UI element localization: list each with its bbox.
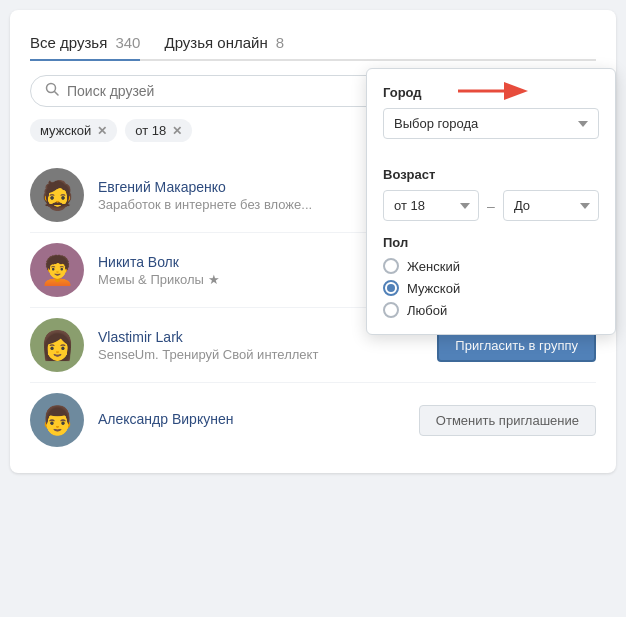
svg-line-1 xyxy=(55,92,59,96)
avatar: 🧔 xyxy=(30,168,84,222)
gender-option-any[interactable]: Любой xyxy=(383,302,599,318)
friend-info: Александр Виркунен xyxy=(98,411,405,429)
gender-option-male[interactable]: Мужской xyxy=(383,280,599,296)
avatar: 👩 xyxy=(30,318,84,372)
gender-label: Пол xyxy=(383,235,599,250)
city-select[interactable]: Выбор города xyxy=(383,108,599,139)
cancel-invite-button[interactable]: Отменить приглашение xyxy=(419,405,596,436)
radio-circle-male xyxy=(383,280,399,296)
gender-option-female[interactable]: Женский xyxy=(383,258,599,274)
age-label: Возраст xyxy=(383,167,599,182)
tabs-bar: Все друзья 340 Друзья онлайн 8 xyxy=(30,26,596,61)
age-dash: – xyxy=(487,198,495,214)
tab-online-friends[interactable]: Друзья онлайн 8 xyxy=(164,26,284,59)
friend-name[interactable]: Александр Виркунен xyxy=(98,411,405,427)
tab-all-friends[interactable]: Все друзья 340 xyxy=(30,26,140,59)
friend-status: SenseUm. Тренируй Свой интеллект xyxy=(98,347,423,362)
friend-action: Отменить приглашение xyxy=(419,405,596,436)
radio-circle-any xyxy=(383,302,399,318)
avatar: 🧑‍🦱 xyxy=(30,243,84,297)
red-arrow-annotation xyxy=(458,77,538,105)
filter-tag-age: от 18 ✕ xyxy=(125,119,192,142)
age-from-select[interactable]: от 18 xyxy=(383,190,479,221)
age-to-select[interactable]: До xyxy=(503,190,599,221)
filter-tag-gender: мужской ✕ xyxy=(30,119,117,142)
filter-tag-gender-close[interactable]: ✕ xyxy=(97,124,107,138)
search-icon xyxy=(45,82,59,100)
age-row: от 18 – До xyxy=(383,190,599,221)
params-dropdown: Город Выбор города Возраст от 18 – До По… xyxy=(366,68,616,335)
search-row: Параметры xyxy=(30,75,596,107)
main-card: Все друзья 340 Друзья онлайн 8 xyxy=(10,10,616,473)
filter-tag-age-close[interactable]: ✕ xyxy=(172,124,182,138)
avatar: 👨 xyxy=(30,393,84,447)
radio-circle-female xyxy=(383,258,399,274)
gender-radio-group: Женский Мужской Любой xyxy=(383,258,599,318)
friend-item: 👨 Александр Виркунен Отменить приглашени… xyxy=(30,383,596,457)
